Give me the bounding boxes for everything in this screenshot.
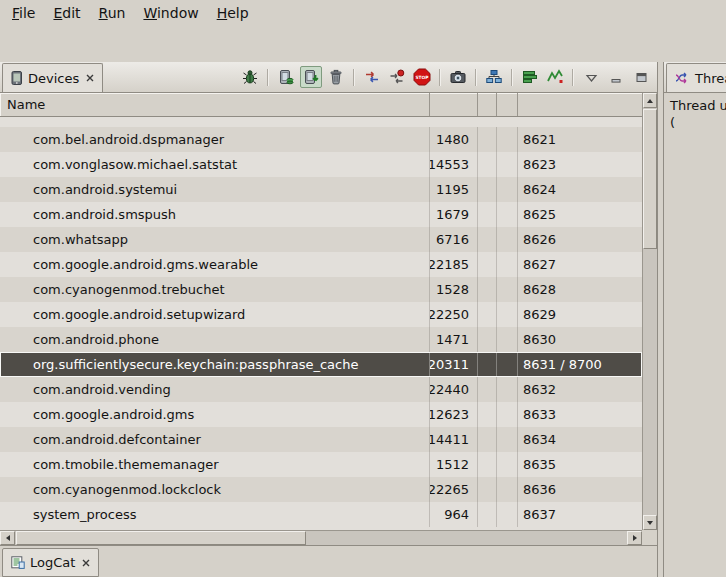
empty-cell — [478, 177, 497, 202]
process-row[interactable]: com.google.android.setupwizard 22250 862… — [0, 302, 642, 327]
column-header-empty-2[interactable] — [497, 93, 518, 116]
process-pid-cell: 22185 — [430, 252, 478, 277]
close-icon[interactable] — [82, 559, 90, 567]
method-profiling-button[interactable] — [386, 66, 408, 88]
process-row[interactable]: com.bel.android.dspmanager 1480 8621 — [0, 127, 642, 152]
empty-cell — [478, 127, 497, 152]
process-row[interactable]: com.google.android.gms 12623 8633 — [0, 402, 642, 427]
empty-cell — [497, 302, 518, 327]
process-port-cell: 8635 — [518, 452, 642, 477]
tab-threads-label: Threads — [695, 71, 726, 86]
threads-message-line2: ( — [670, 114, 726, 131]
vertical-scrollbar-thumb[interactable] — [643, 109, 657, 249]
menu-edit[interactable]: Edit — [45, 2, 90, 24]
process-row[interactable]: com.android.vending 22440 8632 — [0, 377, 642, 402]
menu-run[interactable]: Run — [91, 2, 136, 24]
view-menu-button[interactable] — [580, 66, 602, 88]
threads-message-line1: Thread up — [670, 97, 726, 114]
process-port-cell: 8626 — [518, 227, 642, 252]
process-row[interactable]: com.tmobile.thememanager 1512 8635 — [0, 452, 642, 477]
horizontal-scrollbar[interactable] — [0, 530, 642, 545]
empty-cell — [478, 402, 497, 427]
tab-devices[interactable]: Devices — [2, 63, 103, 92]
scroll-up-button[interactable] — [643, 93, 657, 108]
arrow-up-icon — [647, 99, 653, 103]
empty-cell — [497, 252, 518, 277]
tab-logcat[interactable]: LogCat — [2, 548, 99, 577]
process-row[interactable]: com.cyanogenmod.lockclock 22265 8636 — [0, 477, 642, 502]
empty-cell — [497, 352, 518, 377]
menu-file[interactable]: File — [4, 2, 45, 24]
threads-tab-row: Threads — [664, 62, 726, 93]
menu-window[interactable]: Window — [135, 2, 208, 24]
process-name-cell: com.google.android.gms.wearable — [0, 252, 430, 277]
process-name-cell: com.bel.android.dspmanager — [0, 127, 430, 152]
process-pid-cell: 1480 — [430, 127, 478, 152]
opengl-trace-button[interactable] — [544, 66, 566, 88]
process-row[interactable]: com.android.smspush 1679 8625 — [0, 202, 642, 227]
process-pid-cell: 1512 — [430, 452, 478, 477]
empty-cell — [478, 227, 497, 252]
cause-gc-trash-icon — [328, 69, 344, 85]
process-row[interactable]: com.android.phone 1471 8630 — [0, 327, 642, 352]
empty-cell — [497, 227, 518, 252]
empty-cell — [478, 202, 497, 227]
process-row[interactable]: com.cyanogenmod.trebuchet 1528 8628 — [0, 277, 642, 302]
process-name-cell: com.android.smspush — [0, 202, 430, 227]
process-row[interactable]: com.android.defcontainer 14411 8634 — [0, 427, 642, 452]
process-row[interactable]: com.android.systemui 1195 8624 — [0, 177, 642, 202]
cause-gc-button[interactable] — [325, 66, 347, 88]
process-pid-cell: 1679 — [430, 202, 478, 227]
process-name-cell: com.cyanogenmod.lockclock — [0, 477, 430, 502]
process-row-selected[interactable]: org.sufficientlysecure.keychain:passphra… — [0, 352, 642, 377]
column-header-name[interactable]: Name — [0, 93, 430, 116]
view-hierarchy-button[interactable] — [483, 66, 505, 88]
screen-capture-button[interactable] — [447, 66, 469, 88]
systrace-button[interactable] — [519, 66, 541, 88]
process-port-cell: 8631 / 8700 — [518, 352, 642, 377]
process-name-cell: com.android.phone — [0, 327, 430, 352]
process-name-cell: com.android.defcontainer — [0, 427, 430, 452]
dump-hprof-button[interactable] — [300, 66, 322, 88]
process-pid-cell: 964 — [430, 502, 478, 527]
empty-cell — [497, 177, 518, 202]
process-table-body: com.bel.android.dspmanager 1480 8621 com… — [0, 117, 642, 530]
devices-panel: Devices — [0, 62, 658, 545]
stop-process-button[interactable]: STOP — [411, 66, 433, 88]
toolbar-separator — [572, 69, 574, 86]
process-row[interactable]: com.vonglasow.michael.satstat 14553 8623 — [0, 152, 642, 177]
minimize-button[interactable] — [605, 66, 627, 88]
maximize-button[interactable] — [630, 66, 652, 88]
empty-cell — [497, 502, 518, 527]
process-name-cell: com.google.android.gms — [0, 402, 430, 427]
process-port-cell: 8633 — [518, 402, 642, 427]
debug-button[interactable] — [239, 66, 261, 88]
scroll-left-button[interactable] — [0, 531, 15, 545]
process-pid-cell: 22250 — [430, 302, 478, 327]
update-heap-button[interactable] — [275, 66, 297, 88]
partial-row-spacer — [0, 117, 642, 127]
menu-help[interactable]: Help — [209, 2, 259, 24]
close-icon[interactable] — [86, 74, 94, 82]
scroll-right-button[interactable] — [627, 531, 642, 545]
column-header-pid[interactable] — [430, 93, 478, 116]
horizontal-scrollbar-thumb[interactable] — [16, 531, 306, 545]
vertical-scrollbar[interactable] — [642, 93, 657, 530]
column-header-port[interactable] — [518, 93, 642, 116]
devices-toolbar: STOP — [239, 66, 652, 88]
left-column: Devices — [0, 62, 658, 577]
toolbar-separator — [511, 69, 513, 86]
tab-threads[interactable]: Threads — [666, 63, 726, 92]
update-threads-button[interactable] — [361, 66, 383, 88]
scroll-down-button[interactable] — [643, 515, 657, 530]
empty-cell — [478, 502, 497, 527]
column-header-empty-1[interactable] — [478, 93, 497, 116]
empty-cell — [497, 277, 518, 302]
scrollbar-corner — [642, 530, 657, 545]
empty-cell — [478, 302, 497, 327]
process-row[interactable]: com.google.android.gms.wearable 22185 86… — [0, 252, 642, 277]
toolbar-separator — [475, 69, 477, 86]
process-row[interactable]: com.whatsapp 6716 8626 — [0, 227, 642, 252]
process-row[interactable]: system_process 964 8637 — [0, 502, 642, 527]
process-port-cell: 8636 — [518, 477, 642, 502]
